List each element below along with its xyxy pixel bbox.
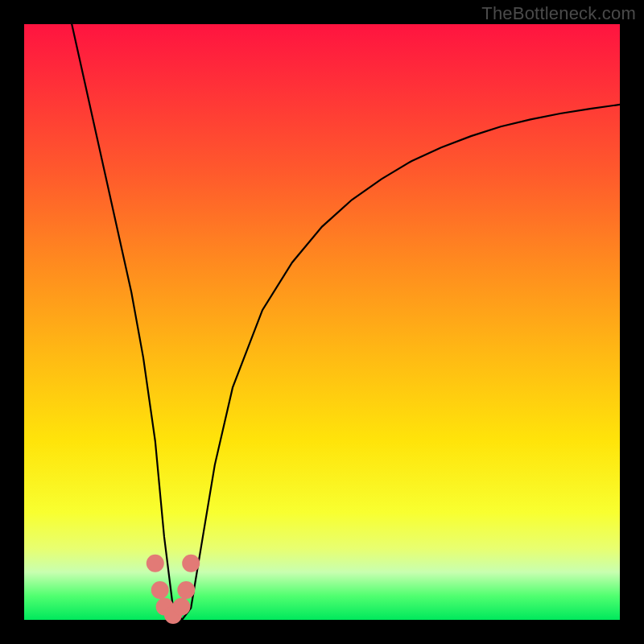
plot-area (24, 24, 620, 620)
curve-marker (182, 555, 200, 572)
curve-marker (151, 581, 169, 599)
chart-frame: TheBottleneck.com (0, 0, 644, 644)
marker-group (147, 555, 200, 624)
curve-marker (172, 598, 190, 616)
watermark-text: TheBottleneck.com (481, 3, 636, 24)
curve-marker (177, 581, 195, 599)
curve-marker (147, 555, 164, 572)
curve-path (72, 24, 620, 620)
bottleneck-curve (24, 24, 620, 620)
